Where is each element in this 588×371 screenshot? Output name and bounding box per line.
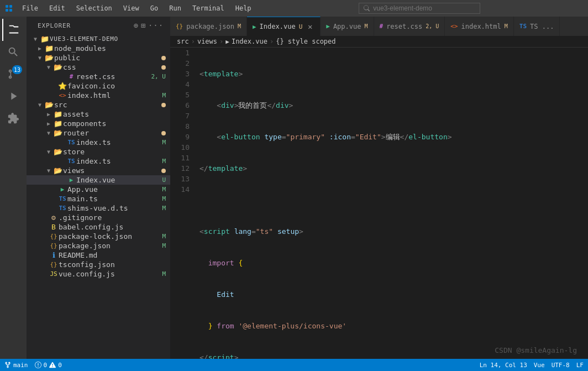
status-branch[interactable]: main — [4, 362, 28, 369]
status-bar: main 0 0 Ln 14, Col 13 Vue UTF-8 LF — [0, 359, 588, 371]
sidebar-item-shims[interactable]: TS shims-vue.d.ts M — [27, 203, 170, 213]
folder-icon-components: 📁 — [53, 119, 63, 128]
sidebar-item-router-index.ts[interactable]: TS index.ts M — [27, 138, 170, 147]
menu-help[interactable]: Help — [231, 3, 256, 13]
menu-view[interactable]: View — [119, 3, 144, 13]
sidebar-item-main.ts[interactable]: TS main.ts M — [27, 194, 170, 203]
sidebar-item-package.json[interactable]: {} package.json M — [27, 241, 170, 250]
sidebar-item-vue.config[interactable]: JS vue.config.js M — [27, 269, 170, 279]
sidebar-item-Index.vue[interactable]: ▶ Index.vue U — [27, 175, 170, 185]
menu-terminal[interactable]: Terminal — [188, 3, 229, 13]
status-line-ending[interactable]: LF — [576, 362, 584, 369]
label-package-lock: package-lock.json — [59, 232, 162, 241]
tab-index.html[interactable]: <> index.html M — [445, 17, 514, 36]
activity-extensions[interactable] — [2, 107, 24, 129]
label-router-index.ts: index.ts — [76, 138, 162, 147]
sidebar-item-views[interactable]: ▼ 📂 views — [27, 166, 170, 175]
icon-index.html: <> — [57, 92, 67, 99]
badge-App.vue: M — [162, 186, 166, 193]
tab-unsaved-badge: U — [299, 23, 303, 30]
status-language[interactable]: Vue — [534, 362, 545, 369]
sidebar-item-package-lock.json[interactable]: {} package-lock.json M — [27, 232, 170, 241]
tab-close-Index.vue[interactable]: ✕ — [306, 22, 314, 31]
new-file-icon[interactable]: ⊕ — [133, 21, 138, 30]
activity-bar: 13 — [0, 17, 27, 359]
badge-store-index.ts: M — [162, 158, 166, 165]
label-tsconfig: tsconfig.json — [59, 260, 170, 269]
tab-reset.css[interactable]: # reset.css 2, U — [374, 17, 445, 36]
sidebar-item-index.html[interactable]: <> index.html M — [27, 91, 170, 100]
modified-dot-src — [161, 103, 166, 107]
breadcrumb-file[interactable]: Index.vue — [232, 38, 267, 45]
code-line-7: import { — [200, 258, 588, 268]
tab-ts-extra[interactable]: TS TS ... — [514, 17, 560, 36]
icon-shims: TS — [57, 205, 67, 212]
folder-icon-assets: 📁 — [53, 110, 63, 118]
sidebar-item-store[interactable]: ▼ 📂 store — [27, 147, 170, 156]
menu-edit[interactable]: Edit — [45, 3, 70, 13]
icon-babel: B — [49, 223, 59, 231]
sidebar-item-router[interactable]: ▼ 📂 router — [27, 128, 170, 138]
sidebar-item-babel[interactable]: B babel.config.js — [27, 222, 170, 232]
code-content[interactable]: <template> <div>我的首页</div> <el-button ty… — [195, 48, 588, 359]
status-right: Ln 14, Col 13 Vue UTF-8 LF — [480, 362, 584, 369]
menu-file[interactable]: File — [18, 3, 43, 13]
sidebar-item-public[interactable]: ▼ 📂 public — [27, 53, 170, 62]
icon-favicon: ⭐ — [57, 82, 67, 90]
root-arrow: ▼ — [31, 36, 40, 42]
code-line-1: <template> — [200, 69, 588, 79]
editor-area: {} package.json M ▶ Index.vue U ✕ ▶ App.… — [170, 17, 588, 359]
breadcrumb-symbol[interactable]: {} style scoped — [276, 38, 335, 45]
activity-run[interactable] — [2, 85, 24, 107]
tab-package.json[interactable]: {} package.json M — [170, 17, 247, 36]
sidebar-item-reset.css[interactable]: # reset.css 2, U — [27, 72, 170, 81]
sidebar-item-gitignore[interactable]: ⚙ .gitignore — [27, 213, 170, 222]
run-icon — [7, 90, 19, 102]
icon-tab-index.html: <> — [450, 23, 458, 30]
folder-icon-src: 📂 — [44, 101, 54, 109]
code-editor[interactable]: 12345 678910 11121314 <template> <div>我的… — [170, 48, 588, 359]
breadcrumb-views[interactable]: views — [197, 38, 217, 45]
sidebar-item-favicon[interactable]: ⭐ favicon.ico — [27, 81, 170, 91]
status-encoding[interactable]: UTF-8 — [552, 362, 570, 369]
menu-run[interactable]: Run — [165, 3, 186, 13]
menu-selection[interactable]: Selection — [72, 3, 117, 13]
tab-label-App.vue: App.vue — [333, 23, 361, 30]
file-tree: ▼ 📁 VUE3-ELEMENT-DEMO ▶ 📁 node_modules ▼… — [27, 32, 170, 281]
sidebar-item-App.vue[interactable]: ▶ App.vue M — [27, 185, 170, 194]
svg-rect-3 — [9, 9, 12, 12]
label-public: public — [54, 54, 161, 62]
new-folder-icon[interactable]: ⊞ — [141, 21, 146, 30]
folder-icon-views: 📂 — [53, 166, 63, 175]
tab-App.vue[interactable]: ▶ App.vue M — [321, 17, 374, 36]
more-actions-icon[interactable]: ··· — [148, 21, 164, 30]
breadcrumb-src[interactable]: src — [177, 38, 189, 45]
source-control-badge: 13 — [12, 65, 22, 74]
activity-search[interactable] — [2, 41, 24, 63]
sidebar-title: EXPLORER — [38, 22, 71, 29]
sidebar-item-node_modules[interactable]: ▶ 📁 node_modules — [27, 44, 170, 53]
sidebar-item-assets[interactable]: ▶ 📁 assets — [27, 109, 170, 119]
label-App.vue: App.vue — [67, 185, 162, 194]
status-errors[interactable]: 0 0 — [35, 362, 62, 369]
activity-explorer[interactable] — [2, 19, 24, 41]
sidebar-item-components[interactable]: ▶ 📁 components — [27, 119, 170, 128]
tab-Index.vue[interactable]: ▶ Index.vue U ✕ — [247, 17, 321, 36]
sidebar-item-README[interactable]: ℹ README.md — [27, 250, 170, 260]
icon-vue.config: JS — [49, 270, 59, 278]
search-bar[interactable] — [359, 3, 480, 14]
label-gitignore: .gitignore — [59, 213, 170, 222]
code-line-9: } from '@element-plus/icons-vue' — [200, 321, 588, 331]
arrow-store: ▼ — [44, 149, 53, 155]
menu-go[interactable]: Go — [146, 3, 162, 13]
sidebar-item-tsconfig[interactable]: {} tsconfig.json — [27, 260, 170, 269]
activity-source-control[interactable]: 13 — [2, 63, 24, 85]
status-position[interactable]: Ln 14, Col 13 — [480, 362, 527, 369]
sidebar-item-store-index.ts[interactable]: TS index.ts M — [27, 156, 170, 166]
main-layout: 13 EXPLORER ⊕ ⊞ ··· ▼ 📁 — [0, 17, 588, 359]
tree-root[interactable]: ▼ 📁 VUE3-ELEMENT-DEMO — [27, 34, 170, 44]
search-input[interactable] — [373, 4, 475, 12]
sidebar-item-src[interactable]: ▼ 📂 src — [27, 100, 170, 109]
sidebar-item-css[interactable]: ▼ 📂 css — [27, 62, 170, 72]
tab-label-index.html: index.html — [461, 23, 501, 30]
